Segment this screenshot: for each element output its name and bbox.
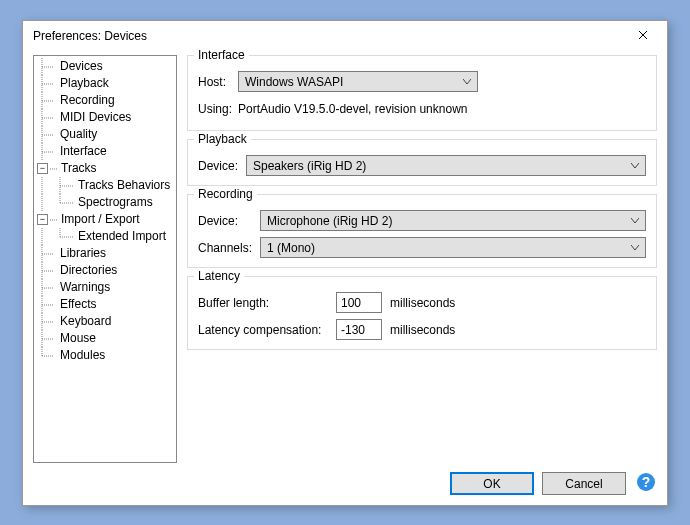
tree-label: Spectrograms [76,194,153,211]
close-icon [638,29,648,43]
dotted-connector-icon [34,228,76,245]
tree-label: Libraries [58,245,106,262]
tree-label: Quality [58,126,97,143]
collapse-icon[interactable]: − [37,214,48,225]
tree-item-warnings[interactable]: Warnings [34,279,176,296]
group-title: Playback [194,132,251,146]
host-value: Windows WASAPI [245,75,343,89]
settings-panel: Interface Host: Windows WASAPI Using: Po… [187,55,657,463]
chevron-down-icon [461,79,473,85]
tree-label: Tracks [59,160,97,177]
tree-item-quality[interactable]: Quality [34,126,176,143]
buffer-length-label: Buffer length: [198,296,330,310]
tree-item-tracks-behaviors[interactable]: Tracks Behaviors [34,177,176,194]
close-button[interactable] [621,22,665,50]
dotted-connector-icon [34,347,58,364]
tree-label: Modules [58,347,105,364]
tree-item-keyboard[interactable]: Keyboard [34,313,176,330]
dotted-connector-icon [34,330,58,347]
recording-device-select[interactable]: Microphone (iRig HD 2) [260,210,646,231]
recording-device-value: Microphone (iRig HD 2) [267,214,392,228]
collapse-icon[interactable]: − [37,163,48,174]
dotted-connector-icon [34,177,76,194]
dotted-connector-icon [34,194,76,211]
tree-label: Warnings [58,279,110,296]
dotted-connector-icon [34,262,58,279]
dotted-connector-icon [34,143,58,160]
cancel-label: Cancel [565,477,602,491]
dotted-connector-icon [50,160,59,177]
help-button[interactable]: ? [634,472,657,495]
svg-text:?: ? [641,474,650,490]
dotted-connector-icon [34,245,58,262]
dotted-connector-icon [34,58,58,75]
playback-device-label: Device: [198,159,240,173]
tree-label: Recording [58,92,115,109]
tree-item-extended-import[interactable]: Extended Import [34,228,176,245]
window-title: Preferences: Devices [33,29,147,43]
using-label: Using: [198,102,232,116]
dotted-connector-icon [34,313,58,330]
tree-item-directories[interactable]: Directories [34,262,176,279]
tree-item-libraries[interactable]: Libraries [34,245,176,262]
ok-label: OK [483,477,500,491]
tree-label: Effects [58,296,96,313]
tree-label: Extended Import [76,228,166,245]
tree-item-interface[interactable]: Interface [34,143,176,160]
tree-label: Playback [58,75,109,92]
dotted-connector-icon [50,211,59,228]
tree-label: Keyboard [58,313,111,330]
group-interface: Interface Host: Windows WASAPI Using: Po… [187,55,657,131]
playback-device-select[interactable]: Speakers (iRig HD 2) [246,155,646,176]
tree-item-spectrograms[interactable]: Spectrograms [34,194,176,211]
channels-select[interactable]: 1 (Mono) [260,237,646,258]
host-select[interactable]: Windows WASAPI [238,71,478,92]
buffer-length-unit: milliseconds [390,296,455,310]
group-title: Recording [194,187,257,201]
tree-item-devices[interactable]: Devices [34,58,176,75]
channels-value: 1 (Mono) [267,241,315,255]
tree-item-modules[interactable]: Modules [34,347,176,364]
category-tree[interactable]: Devices Playback Recording [33,55,177,463]
group-playback: Playback Device: Speakers (iRig HD 2) [187,139,657,186]
latency-comp-unit: milliseconds [390,323,455,337]
playback-device-value: Speakers (iRig HD 2) [253,159,366,173]
titlebar: Preferences: Devices [23,21,667,51]
tree-item-import-export[interactable]: − Import / Export [34,211,176,228]
tree-label: MIDI Devices [58,109,131,126]
group-title: Interface [194,48,249,62]
tree-item-recording[interactable]: Recording [34,92,176,109]
tree-item-effects[interactable]: Effects [34,296,176,313]
tree-item-midi-devices[interactable]: MIDI Devices [34,109,176,126]
tree-label: Mouse [58,330,96,347]
buffer-length-input[interactable]: 100 [336,292,382,313]
dotted-connector-icon [34,296,58,313]
tree-label: Import / Export [59,211,140,228]
dotted-connector-icon [34,75,58,92]
dotted-connector-icon [34,126,58,143]
tree-label: Devices [58,58,103,75]
dotted-connector-icon [34,92,58,109]
latency-comp-value: -130 [341,323,365,337]
group-title: Latency [194,269,244,283]
tree-item-tracks[interactable]: − Tracks [34,160,176,177]
recording-device-label: Device: [198,214,254,228]
tree-label: Interface [58,143,107,160]
dialog-footer: OK Cancel ? [442,472,657,495]
latency-comp-label: Latency compensation: [198,323,330,337]
buffer-length-value: 100 [341,296,361,310]
tree-item-playback[interactable]: Playback [34,75,176,92]
dotted-connector-icon [34,279,58,296]
chevron-down-icon [629,245,641,251]
help-icon: ? [636,472,656,495]
group-latency: Latency Buffer length: 100 milliseconds … [187,276,657,350]
ok-button[interactable]: OK [450,472,534,495]
group-recording: Recording Device: Microphone (iRig HD 2)… [187,194,657,268]
cancel-button[interactable]: Cancel [542,472,626,495]
latency-comp-input[interactable]: -130 [336,319,382,340]
chevron-down-icon [629,218,641,224]
dotted-connector-icon [34,109,58,126]
channels-label: Channels: [198,241,254,255]
tree-item-mouse[interactable]: Mouse [34,330,176,347]
host-label: Host: [198,75,232,89]
